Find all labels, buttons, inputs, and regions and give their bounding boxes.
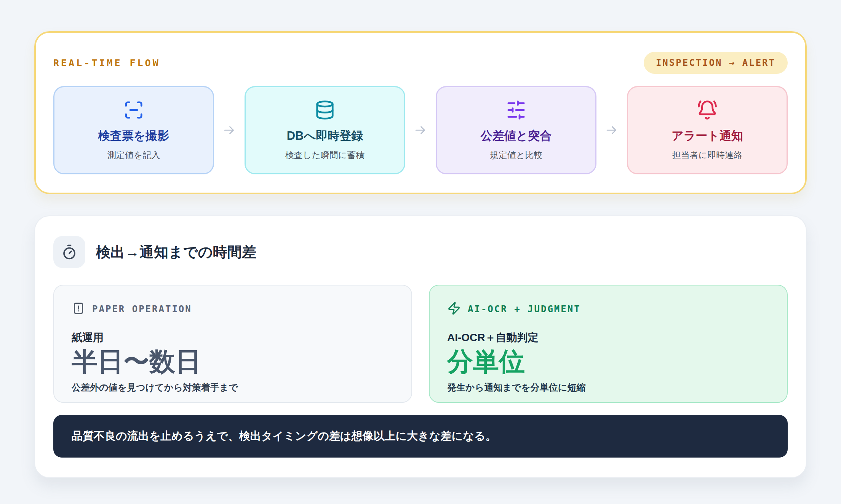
step-title: DBへ即時登録: [287, 128, 363, 144]
conclusion-banner: 品質不良の流出を止めるうえで、検出タイミングの差は想像以上に大きな差になる。: [53, 415, 788, 458]
paper-card-name: 紙運用: [72, 330, 394, 345]
flow-step-db: DBへ即時登録 検査した瞬間に蓄積: [245, 86, 405, 174]
flow-step-tolerance: 公差値と突合 規定値と比較: [436, 86, 596, 174]
realtime-flow-panel: REAL-TIME FLOW INSPECTION → ALERT 検査票を撮影…: [34, 31, 807, 194]
step-title: 検査票を撮影: [98, 128, 169, 144]
time-gap-header: 検出→通知までの時間差: [53, 236, 788, 268]
zap-icon: [447, 301, 461, 317]
ai-card-label: AI-OCR + JUDGMENT: [468, 304, 581, 314]
step-subtitle: 担当者に即時連絡: [672, 149, 743, 161]
ai-card-value: 分単位: [447, 346, 769, 376]
step-subtitle: 検査した瞬間に蓄積: [285, 149, 365, 161]
flow-panel-label: REAL-TIME FLOW: [53, 57, 160, 69]
arrow-right-icon: [214, 86, 245, 174]
database-icon: [315, 100, 335, 120]
ai-ocr-card: AI-OCR + JUDGMENT AI-OCR＋自動判定 分単位 発生から通知…: [429, 285, 788, 403]
step-subtitle: 測定値を記入: [107, 149, 160, 161]
arrow-right-icon: [405, 86, 436, 174]
time-gap-title: 検出→通知までの時間差: [96, 242, 256, 262]
bell-ring-icon: [697, 100, 718, 120]
sliders-icon: [506, 100, 526, 120]
arrow-right-icon: [596, 86, 627, 174]
inspection-alert-badge: INSPECTION → ALERT: [644, 52, 788, 74]
ai-card-label-row: AI-OCR + JUDGMENT: [447, 301, 769, 317]
paper-card-label-row: PAPER OPERATION: [72, 301, 394, 317]
paper-card-label: PAPER OPERATION: [92, 304, 192, 314]
paper-card-description: 公差外の値を見つけてから対策着手まで: [72, 381, 394, 394]
comparison-cards-row: PAPER OPERATION 紙運用 半日〜数日 公差外の値を見つけてから対策…: [53, 285, 788, 403]
ai-card-name: AI-OCR＋自動判定: [447, 330, 769, 345]
flow-panel-header: REAL-TIME FLOW INSPECTION → ALERT: [53, 52, 788, 74]
paper-operation-card: PAPER OPERATION 紙運用 半日〜数日 公差外の値を見つけてから対策…: [53, 285, 412, 403]
step-subtitle: 規定値と比較: [490, 149, 543, 161]
time-gap-panel: 検出→通知までの時間差 PAPER OPERATION 紙運用 半日〜数日 公差…: [34, 215, 807, 478]
file-warning-icon: [72, 301, 85, 317]
paper-card-value: 半日〜数日: [72, 346, 394, 376]
flow-step-capture: 検査票を撮影 測定値を記入: [53, 86, 214, 174]
ai-card-description: 発生から通知までを分単位に短縮: [447, 381, 769, 394]
scan-icon: [123, 100, 144, 120]
conclusion-banner-text: 品質不良の流出を止めるうえで、検出タイミングの差は想像以上に大きな差になる。: [72, 429, 497, 444]
timer-icon: [53, 236, 85, 268]
flow-step-alert: アラート通知 担当者に即時連絡: [627, 86, 788, 174]
flow-steps-row: 検査票を撮影 測定値を記入 DBへ即時登録 検査した瞬間に蓄積: [53, 86, 788, 174]
step-title: アラート通知: [672, 128, 743, 144]
step-title: 公差値と突合: [481, 128, 552, 144]
